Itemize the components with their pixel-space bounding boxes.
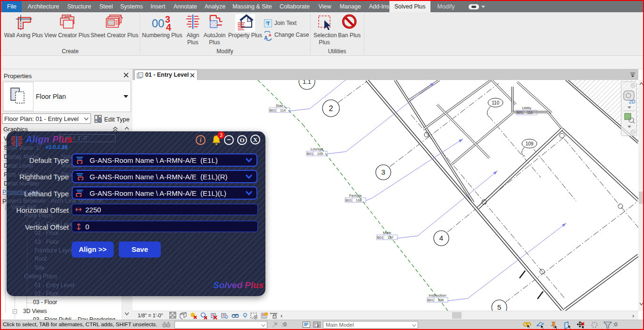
svg-text:Instruction: Instruction	[429, 293, 446, 298]
svg-text:4: 4	[439, 234, 443, 242]
svg-text:109: 109	[526, 141, 534, 146]
svg-text:5: 5	[497, 303, 501, 311]
svg-text:B01: B01	[307, 152, 313, 156]
svg-text:110: 110	[492, 100, 499, 105]
svg-text:108: 108	[356, 198, 362, 202]
svg-text:Lounge: Lounge	[311, 147, 323, 151]
svg-text:107: 107	[388, 235, 394, 240]
svg-text:B01: B01	[517, 111, 523, 115]
svg-text:106: 106	[438, 298, 444, 302]
svg-text:Female: Female	[349, 193, 362, 198]
svg-text:1.1: 1.1	[303, 80, 311, 85]
svg-text:2: 2	[329, 105, 333, 113]
svg-text:Utility: Utility	[522, 106, 531, 110]
svg-text:B01: B01	[270, 108, 276, 113]
svg-text:Male: Male	[383, 231, 391, 235]
svg-text:3: 3	[381, 168, 385, 176]
svg-text:a: a	[269, 32, 272, 37]
svg-text:105: 105	[317, 152, 323, 156]
svg-text:114: 114	[280, 108, 286, 113]
svg-text:B01: B01	[377, 235, 383, 240]
svg-text:Stair: Stair	[276, 104, 284, 108]
svg-text:110: 110	[527, 111, 533, 115]
svg-text:B01: B01	[346, 198, 352, 202]
svg-text:A: A	[264, 35, 268, 40]
svg-text:B01: B01	[428, 298, 434, 302]
